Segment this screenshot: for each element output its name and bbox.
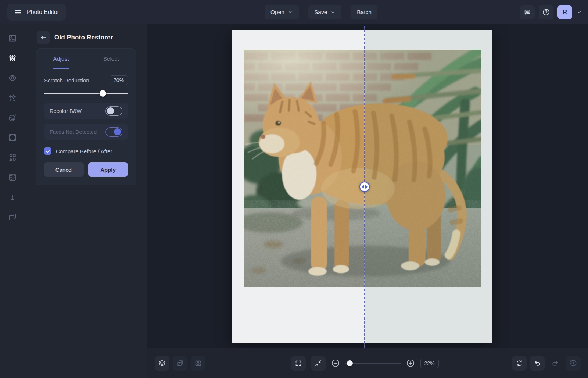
restorer-card: Adjust Select Scratch Reduction 70% Reco…: [36, 48, 136, 185]
sparkles-icon: [8, 93, 17, 103]
chevron-down-icon: [330, 10, 336, 15]
scratch-reduction-slider[interactable]: [44, 90, 128, 97]
scratch-reduction-row: Scratch Reduction 70%: [44, 75, 128, 85]
photo-editor-app: Photo Editor Open Save Batch: [0, 0, 588, 378]
arrow-left-icon: [40, 34, 47, 41]
view-buttons: [155, 356, 205, 371]
slider-track: [44, 93, 128, 94]
tab-select[interactable]: Select: [86, 49, 136, 69]
top-right-actions: R: [520, 5, 582, 19]
frame-icon: [8, 133, 17, 142]
overlap-squares-icon: [8, 212, 17, 222]
recolor-bw-label: Recolor B&W: [50, 108, 82, 114]
fit-screen-icon: [314, 359, 322, 367]
faces-row: Faces Not Detected: [44, 124, 128, 140]
hamburger-icon: [14, 8, 22, 16]
zoom-controls: 22%: [291, 356, 438, 371]
compare-view-icon: [176, 359, 184, 367]
tab-bar: Adjust Select: [36, 49, 136, 69]
cat-photo-illustration: [244, 50, 481, 287]
zoom-slider[interactable]: [345, 360, 400, 366]
scratch-slider-knob[interactable]: [100, 90, 106, 97]
open-button[interactable]: Open: [265, 5, 299, 19]
main-menu-button[interactable]: Photo Editor: [7, 4, 66, 21]
panel-title: Old Photo Restorer: [54, 31, 113, 44]
chevron-down-icon: [288, 10, 293, 15]
history-button[interactable]: [566, 356, 581, 371]
scratch-reduction-value[interactable]: 70%: [110, 75, 128, 85]
history-buttons: [512, 356, 581, 371]
sidebar-item-image[interactable]: [5, 31, 20, 46]
compare-row: Compare Before / After: [44, 147, 128, 155]
undo-icon: [533, 359, 541, 367]
recolor-bw-row: Recolor B&W: [44, 103, 128, 119]
shapes-icon: [8, 153, 17, 162]
canvas-area[interactable]: 22%: [147, 24, 588, 378]
panel-actions: Cancel Apply: [44, 162, 128, 177]
avatar[interactable]: R: [557, 5, 572, 19]
sidebar-item-adjust[interactable]: [5, 51, 20, 65]
undo-button[interactable]: [530, 356, 545, 371]
arrow-right-icon: [365, 185, 368, 189]
scratch-reduction-label: Scratch Reduction: [44, 77, 89, 83]
feedback-button[interactable]: [520, 5, 535, 19]
arrow-left-icon: [362, 185, 364, 189]
history-icon: [569, 359, 577, 367]
toggle-knob: [114, 128, 121, 135]
sidebar-item-text[interactable]: [5, 190, 20, 204]
text-icon: [8, 192, 17, 202]
sidebar-item-effects[interactable]: [5, 90, 20, 105]
palette-icon: [8, 113, 17, 122]
faces-label: Faces Not Detected: [50, 129, 97, 135]
fit-screen-button[interactable]: [311, 356, 325, 371]
top-bar: Photo Editor Open Save Batch: [0, 0, 588, 24]
help-button[interactable]: [539, 5, 553, 19]
question-circle-icon: [542, 8, 550, 16]
file-actions: Open Save Batch: [265, 5, 377, 19]
redo-button[interactable]: [548, 356, 563, 371]
fullscreen-button[interactable]: [291, 356, 305, 371]
back-button[interactable]: [37, 31, 50, 44]
reset-button[interactable]: [512, 356, 527, 371]
tab-adjust[interactable]: Adjust: [36, 49, 86, 69]
compare-view-button[interactable]: [173, 356, 187, 371]
zoom-level-value[interactable]: 22%: [420, 359, 438, 368]
compare-label: Compare Before / After: [56, 148, 112, 154]
batch-button[interactable]: Batch: [351, 5, 377, 19]
sidebar-item-filters[interactable]: [5, 170, 20, 185]
apply-button[interactable]: Apply: [88, 162, 128, 177]
grid-view-button[interactable]: [191, 356, 205, 371]
fullscreen-icon: [294, 359, 302, 367]
old-photo-restorer-panel: Old Photo Restorer Adjust Select Scratch…: [25, 24, 147, 378]
sidebar-item-layers[interactable]: [5, 210, 20, 224]
layers-icon: [158, 359, 166, 367]
check-icon: [46, 149, 50, 154]
zoom-out-button[interactable]: [330, 359, 340, 368]
texture-icon: [8, 172, 17, 182]
zoom-slider-track: [345, 363, 400, 364]
faces-toggle[interactable]: [105, 127, 122, 137]
app-title: Photo Editor: [27, 9, 59, 15]
toggle-knob: [107, 107, 114, 114]
reset-icon: [515, 359, 523, 367]
sidebar-item-frame[interactable]: [5, 130, 20, 145]
grid-view-icon: [194, 359, 202, 367]
save-button[interactable]: Save: [308, 5, 341, 19]
compare-checkbox[interactable]: [44, 147, 51, 155]
eye-icon: [8, 73, 17, 83]
sidebar-item-elements[interactable]: [5, 150, 20, 165]
cat-photo: [244, 50, 481, 287]
account-chevron-down-icon[interactable]: [576, 9, 582, 15]
zoom-slider-knob[interactable]: [347, 360, 352, 366]
zoom-in-button[interactable]: [405, 359, 415, 368]
adjust-sliders-icon: [8, 53, 17, 63]
layers-button[interactable]: [155, 356, 169, 371]
tool-sidebar: [0, 24, 25, 378]
bottom-bar: 22%: [147, 348, 588, 378]
image-icon: [8, 33, 17, 43]
cancel-button[interactable]: Cancel: [44, 162, 84, 177]
recolor-bw-toggle[interactable]: [105, 106, 122, 116]
sidebar-item-preview[interactable]: [5, 71, 20, 85]
compare-drag-handle[interactable]: [359, 182, 370, 192]
sidebar-item-paint[interactable]: [5, 110, 20, 125]
